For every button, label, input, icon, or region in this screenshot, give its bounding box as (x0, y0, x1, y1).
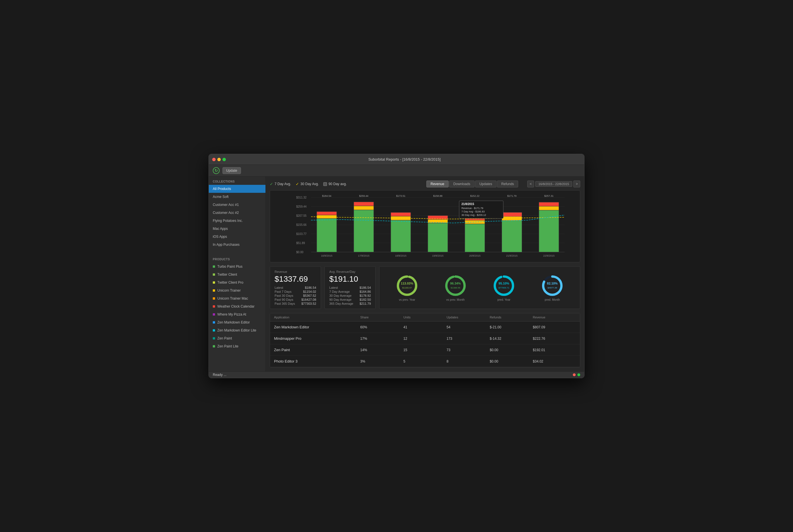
svg-rect-33 (465, 224, 485, 252)
table-row[interactable]: Zen Markdown Editor 60% 41 54 $-21.00 $8… (270, 322, 580, 333)
title-bar: Suborbital Reports - [16/8/2015 - 22/8/2… (209, 154, 584, 165)
tab-downloads[interactable]: Downloads (449, 180, 475, 187)
svg-text:Revenue - $171.79: Revenue - $171.79 (461, 207, 484, 210)
next-date-button[interactable]: > (573, 180, 580, 187)
sidebar-item-acme-soft[interactable]: Acme Soft (209, 193, 265, 201)
stat-label: Past 7 Days (275, 290, 291, 293)
sidebar-item-where-my-pizza[interactable]: Where My Pizza At (209, 310, 265, 318)
svg-text:$257.31: $257.31 (544, 194, 554, 197)
prev-date-button[interactable]: < (527, 180, 534, 187)
svg-text:$311.32: $311.32 (296, 196, 307, 199)
svg-text:17/8/2015: 17/8/2015 (358, 254, 370, 257)
sidebar-item-unicorn-trainer[interactable]: Unicorn Trainer (209, 286, 265, 294)
refresh-icon[interactable]: ↻ (213, 167, 220, 174)
sidebar-item-unicorn-trainer-mac[interactable]: Unicorn Trainer Mac (209, 294, 265, 302)
sidebar-item-mac-apps[interactable]: Mac Apps (209, 225, 265, 233)
unicorn-trainer-color (213, 289, 215, 292)
unicorn-trainer-mac-label: Unicorn Trainer Mac (217, 297, 248, 301)
minimize-button[interactable] (217, 158, 221, 161)
main-layout: COLLECTIONS All Products Acme Soft Custo… (209, 176, 584, 372)
zen-markdown-lite-color (213, 329, 215, 331)
svg-text:$155.66: $155.66 (296, 223, 307, 226)
tab-revenue[interactable]: Revenue (427, 180, 449, 187)
svg-rect-38 (502, 212, 522, 216)
app-units: 12 (403, 337, 446, 341)
app-name: Zen Paint (274, 348, 360, 352)
sidebar-item-ios-apps[interactable]: iOS Apps (209, 233, 265, 241)
sidebar-item-all-products[interactable]: All Products (209, 185, 265, 193)
stat-row: 30 Day Average $178.92 (329, 294, 371, 297)
circle-pred-month-label: pred. Month (545, 298, 560, 301)
in-app-purchases-label: In App Purchases (213, 243, 240, 247)
avg-revenue-value: $191.10 (329, 274, 371, 284)
checkbox-90day[interactable] (323, 182, 327, 186)
app-window: Suborbital Reports - [16/8/2015 - 22/8/2… (208, 154, 585, 378)
svg-rect-29 (391, 212, 411, 216)
legend-7day: ✓ 7 Day Avg. (270, 182, 291, 186)
svg-point-59 (446, 277, 465, 295)
svg-text:7 Day Avg - $186.83: 7 Day Avg - $186.83 (461, 210, 485, 213)
unicorn-trainer-mac-color (213, 297, 215, 300)
zen-paint-color (213, 337, 215, 340)
status-dot-red (573, 373, 576, 376)
toolbar: ↻ Update (209, 165, 584, 176)
sidebar-item-weather-clock[interactable]: Weather Clock Calendar (209, 302, 265, 310)
sidebar-item-twitter-client-pro[interactable]: Twitter Client Pro (209, 279, 265, 286)
svg-point-55 (398, 277, 416, 295)
sidebar-item-flying-potatoes[interactable]: Flying Potatoes Inc. (209, 217, 265, 225)
acme-soft-label: Acme Soft (213, 195, 228, 199)
sidebar-item-customer-acc-2[interactable]: Customer Acc #2 (209, 209, 265, 217)
status-dots (573, 373, 580, 376)
sidebar-item-zen-markdown-lite[interactable]: Zen Markdown Editor Lite (209, 326, 265, 334)
sidebar-item-customer-acc-1[interactable]: Customer Acc #1 (209, 201, 265, 209)
app-refunds: $-14.32 (490, 337, 533, 341)
avg-revenue-rows: Latest $186.54 7 Day Average $164.86 30 … (329, 286, 371, 305)
check-7day-icon: ✓ (270, 182, 273, 186)
stat-row: Past 30 Days $5367.52 (275, 294, 316, 297)
circle-vs-prev-month-label: vs prev. Month (446, 298, 465, 301)
sidebar-item-in-app-purchases[interactable]: In App Purchases (209, 241, 265, 249)
sidebar-item-zen-paint[interactable]: Zen Paint (209, 334, 265, 342)
window-title: Suborbital Reports - [16/8/2015 - 22/8/2… (228, 157, 581, 162)
weather-clock-color (213, 305, 215, 308)
svg-text:18/8/2015: 18/8/2015 (395, 254, 407, 257)
date-nav: < 16/8/2015 - 22/8/2015 > (527, 180, 580, 187)
table-row[interactable]: Zen Paint 14% 15 73 $0.00 $192.01 (270, 344, 580, 356)
table-row[interactable]: Mindmapper Pro 17% 12 173 $-14.32 $222.7… (270, 333, 580, 344)
legend-7day-label: 7 Day Avg. (275, 182, 291, 186)
svg-rect-30 (428, 223, 448, 252)
stat-row: 365 Day Average $211.79 (329, 302, 371, 305)
circle-vs-prev-year-label: vs prev. Year (399, 298, 415, 301)
svg-rect-24 (354, 210, 374, 252)
sidebar-item-zen-paint-lite[interactable]: Zen Paint Lite (209, 342, 265, 350)
app-name: Zen Markdown Editor (274, 325, 360, 329)
sidebar-item-twitter-client[interactable]: Twitter Client (209, 270, 265, 279)
svg-text:16/8/2015: 16/8/2015 (321, 254, 333, 257)
svg-rect-25 (354, 206, 374, 210)
svg-point-63 (495, 277, 513, 295)
svg-text:21/8/2015: 21/8/2015 (461, 203, 474, 206)
tab-updates[interactable]: Updates (475, 180, 496, 187)
sidebar-item-turbo-paint-plus[interactable]: Turbo Paint Plus (209, 263, 265, 270)
update-button[interactable]: Update (223, 167, 241, 174)
app-share: 3% (360, 359, 403, 363)
col-application: Application (274, 316, 360, 319)
close-button[interactable] (212, 158, 215, 161)
stat-value: $182.50 (359, 298, 371, 301)
maximize-button[interactable] (223, 158, 226, 161)
revenue-card: Revenue $1337.69 Latest $186.54 Past 7 D… (270, 266, 321, 309)
sidebar-item-zen-markdown-editor[interactable]: Zen Markdown Editor (209, 318, 265, 326)
svg-text:30 Day Avg - $209.12: 30 Day Avg - $209.12 (461, 214, 486, 216)
flying-potatoes-label: Flying Potatoes Inc. (213, 219, 243, 223)
stat-row: 7 Day Average $164.86 (329, 290, 371, 293)
app-updates: 173 (447, 337, 490, 341)
tab-refunds[interactable]: Refunds (497, 180, 518, 187)
col-refunds: Refunds (490, 316, 533, 319)
table-row[interactable]: Photo Editor 3 3% 5 8 $0.00 $34.02 (270, 356, 580, 367)
chart-controls: ✓ 7 Day Avg. ✓ 30 Day Avg. 90 Day avg. R… (270, 180, 580, 187)
stat-row: Latest $186.54 (329, 286, 371, 289)
svg-text:$103.77: $103.77 (296, 232, 307, 235)
svg-rect-21 (317, 218, 337, 252)
status-label: Ready ... (213, 373, 226, 377)
twitter-client-label: Twitter Client (217, 272, 237, 277)
